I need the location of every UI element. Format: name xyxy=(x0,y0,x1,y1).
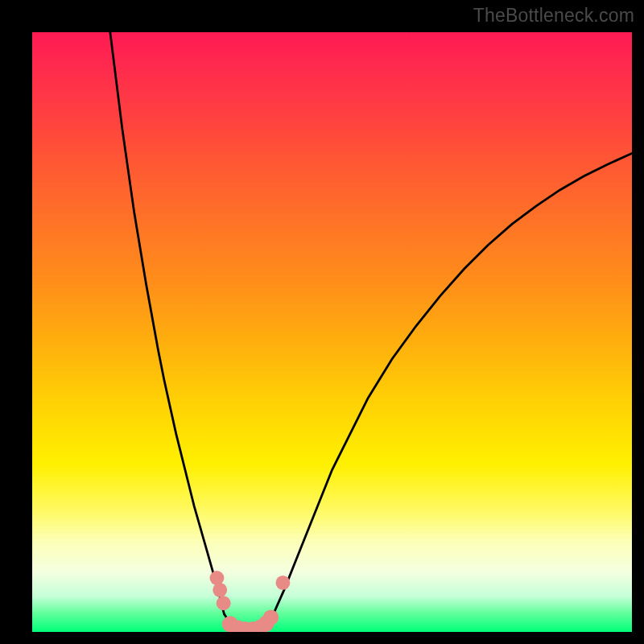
data-point-marker xyxy=(210,571,225,585)
bottleneck-curve-left xyxy=(110,32,225,614)
plot-area xyxy=(32,32,632,632)
bottleneck-curve-right xyxy=(272,153,632,617)
data-point-marker xyxy=(275,576,290,590)
data-point-marker xyxy=(217,596,231,610)
watermark-text: TheBottleneck.com xyxy=(473,5,634,27)
chart-frame: TheBottleneck.com xyxy=(0,0,644,644)
data-point-marker xyxy=(263,609,279,625)
data-point-marker xyxy=(213,583,227,597)
curves-layer xyxy=(32,32,632,632)
